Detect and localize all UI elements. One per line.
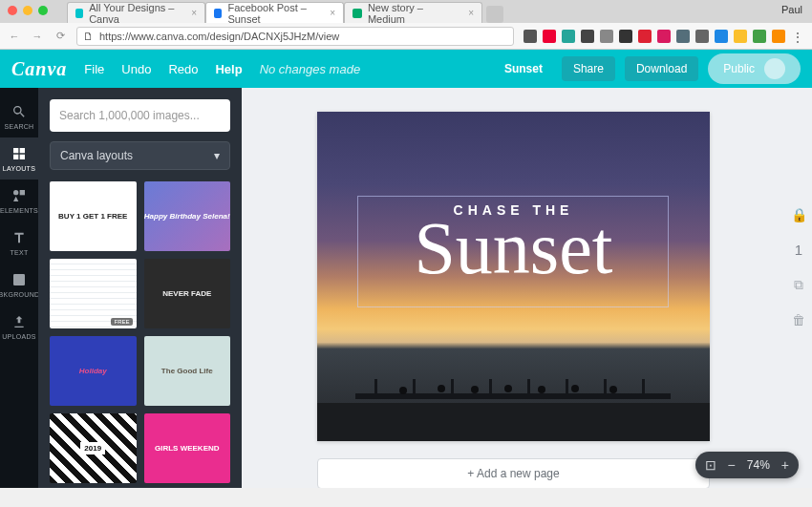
svg-rect-3	[317, 403, 710, 441]
rail-background[interactable]: BKGROUND	[0, 264, 38, 306]
favicon-icon	[353, 9, 362, 18]
extension-icon[interactable]	[676, 30, 690, 43]
download-button[interactable]: Download	[625, 56, 698, 81]
rail-search[interactable]: SEARCH	[0, 95, 38, 137]
back-button[interactable]: ←	[8, 31, 21, 42]
add-page-button[interactable]: + Add a new page	[317, 458, 710, 488]
zoom-fit-icon[interactable]: ⊡	[705, 457, 716, 473]
tab-label: All Your Designs – Canva	[89, 2, 185, 25]
close-tab-icon[interactable]: ×	[468, 8, 474, 18]
canvas-scroll[interactable]: CHASE THE Sunset + Add a new page	[242, 88, 785, 488]
rail-text[interactable]: TEXT	[0, 222, 38, 264]
template-thumb[interactable]: 2019	[50, 413, 137, 483]
extension-icon[interactable]	[638, 30, 652, 43]
zoom-out-button[interactable]: −	[728, 457, 736, 473]
browser-tabstrip: All Your Designs – Canva× Facebook Post …	[0, 0, 812, 23]
extension-icon[interactable]	[734, 30, 747, 43]
thumb-caption: 2019	[80, 442, 105, 454]
window-controls	[8, 6, 48, 15]
public-button[interactable]: Public	[708, 53, 801, 84]
thumb-caption: GIRLS WEEKEND	[155, 444, 220, 453]
template-thumb[interactable]: BUY 1 GET 1 FREE	[50, 181, 137, 251]
menu-file[interactable]: File	[84, 62, 104, 76]
extension-icon[interactable]	[657, 30, 671, 43]
side-panel: Search 1,000,000 images... Canva layouts…	[38, 88, 242, 488]
rail-label: LAYOUTS	[3, 165, 35, 172]
menu-undo[interactable]: Undo	[121, 62, 151, 76]
template-thumb[interactable]: Holiday	[50, 336, 137, 406]
template-thumb[interactable]: NEVER FADE	[144, 259, 231, 328]
template-thumb[interactable]: GIRLS WEEKEND	[144, 413, 231, 483]
left-rail: SEARCH LAYOUTS ELEMENTS TEXT BKGROUND UP…	[0, 88, 38, 488]
delete-page-icon[interactable]: 🗑	[792, 312, 805, 327]
elements-icon	[11, 188, 27, 203]
duplicate-page-icon[interactable]: ⧉	[794, 277, 803, 293]
reload-button[interactable]: ⟳	[53, 30, 67, 42]
close-tab-icon[interactable]: ×	[191, 8, 197, 18]
thumb-caption: Happy Birthday Selena!	[144, 212, 230, 221]
extension-icon[interactable]	[619, 30, 632, 43]
app-topbar: Canva File Undo Redo Help No changes mad…	[0, 50, 812, 88]
macos-user-label: Paul	[781, 4, 802, 15]
chevron-down-icon: ▾	[214, 149, 220, 162]
document-title[interactable]: Sunset	[495, 56, 552, 81]
rail-layouts[interactable]: LAYOUTS	[0, 137, 38, 180]
rail-uploads[interactable]: UPLOADS	[0, 306, 38, 348]
canva-app: Canva File Undo Redo Help No changes mad…	[0, 50, 812, 488]
close-window-icon[interactable]	[8, 6, 17, 15]
background-icon	[11, 272, 27, 287]
zoom-window-icon[interactable]	[38, 6, 48, 15]
svg-point-13	[399, 387, 407, 394]
svg-rect-10	[566, 379, 568, 398]
template-grid: BUY 1 GET 1 FREE Happy Birthday Selena! …	[50, 181, 230, 488]
rail-elements[interactable]: ELEMENTS	[0, 180, 38, 222]
text-icon	[11, 230, 27, 245]
thumb-caption: BUY 1 GET 1 FREE	[58, 212, 127, 221]
browser-tab[interactable]: New story – Medium×	[344, 2, 482, 23]
forward-button[interactable]: →	[31, 31, 44, 42]
share-button[interactable]: Share	[562, 56, 615, 81]
canva-logo[interactable]: Canva	[11, 58, 67, 80]
close-tab-icon[interactable]: ×	[330, 8, 335, 18]
search-icon	[11, 104, 27, 119]
new-tab-button[interactable]	[486, 6, 503, 23]
svg-rect-7	[451, 379, 454, 398]
extension-icon[interactable]	[581, 30, 594, 43]
text-title[interactable]: Sunset	[317, 209, 710, 287]
extension-icon[interactable]	[543, 30, 556, 43]
browser-tab[interactable]: All Your Designs – Canva×	[67, 2, 205, 23]
browser-tab[interactable]: Facebook Post – Sunset×	[205, 2, 344, 23]
svg-point-0	[13, 190, 18, 195]
search-input[interactable]: Search 1,000,000 images...	[50, 99, 230, 132]
svg-rect-9	[527, 379, 530, 398]
pier-silhouette	[317, 350, 710, 441]
template-thumb[interactable]: The Good Life	[144, 336, 231, 406]
extension-icon[interactable]	[772, 30, 785, 43]
site-info-icon[interactable]: 🗋	[83, 31, 94, 42]
template-thumb[interactable]: Happy Birthday Selena!	[144, 181, 231, 251]
minimize-window-icon[interactable]	[23, 6, 32, 15]
save-status: No changes made	[260, 62, 361, 76]
zoom-percent: 74%	[747, 458, 770, 472]
menu-help[interactable]: Help	[215, 62, 242, 76]
svg-point-17	[538, 386, 545, 393]
zoom-in-button[interactable]: +	[781, 457, 789, 473]
favicon-icon	[214, 9, 222, 18]
lock-icon[interactable]: 🔒	[791, 207, 807, 222]
layouts-dropdown[interactable]: Canva layouts ▾	[50, 141, 230, 170]
menu-redo[interactable]: Redo	[168, 62, 198, 76]
address-bar[interactable]: 🗋 https://www.canva.com/design/DACNXj5JH…	[76, 27, 514, 46]
cast-icon[interactable]	[524, 30, 537, 43]
chrome-menu-icon[interactable]: ⋮	[791, 30, 804, 43]
svg-rect-2	[13, 274, 25, 285]
svg-point-19	[609, 386, 617, 393]
search-placeholder: Search 1,000,000 images...	[59, 109, 200, 122]
extension-icon[interactable]	[562, 30, 575, 43]
extension-icon[interactable]	[695, 30, 709, 43]
extension-icon[interactable]	[715, 30, 728, 43]
rail-label: TEXT	[10, 249, 28, 256]
template-thumb[interactable]: FREE	[50, 259, 137, 328]
extension-icon[interactable]	[753, 30, 766, 43]
extension-icon[interactable]	[600, 30, 613, 43]
artboard[interactable]: CHASE THE Sunset	[317, 112, 710, 441]
